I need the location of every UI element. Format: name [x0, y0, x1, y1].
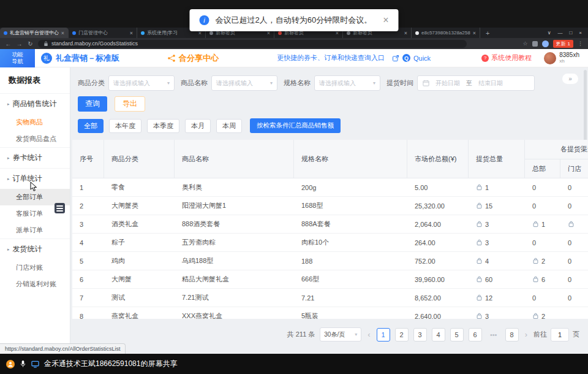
pickup-count: 0 — [568, 202, 571, 210]
quick-link[interactable]: Q Quick — [392, 54, 431, 62]
minimize-button[interactable]: — — [557, 30, 562, 36]
pickup-bag-icon — [476, 239, 483, 246]
reload-icon[interactable]: ↻ — [27, 40, 34, 47]
sidebar-item[interactable]: 分销返利对账 — [0, 276, 70, 292]
cell-amount: 25,320.00 — [407, 197, 469, 215]
user-menu[interactable]: 8385xh xh — [544, 52, 579, 64]
search-button[interactable]: 查询 — [78, 96, 107, 112]
page-button[interactable]: 6 — [469, 328, 482, 342]
pickup-bag-icon — [476, 258, 483, 264]
sidebar-section-header[interactable]: ▸发货统计 — [0, 239, 70, 259]
export-button[interactable]: 导出 — [115, 96, 145, 112]
browser-tab[interactable]: 礼盒营销平台管理中心× — [0, 28, 69, 38]
next-page-icon[interactable]: › — [524, 330, 529, 339]
cell-category: 测试 — [104, 289, 175, 307]
forward-icon[interactable]: → — [16, 40, 23, 47]
brand[interactable]: 礼 礼盒营销－标准版 — [41, 53, 119, 64]
cell-no: 4 — [72, 234, 104, 251]
section-bullet-icon: ▸ — [7, 156, 10, 161]
tab-close-icon[interactable]: × — [61, 30, 64, 36]
range-button[interactable]: 全部 — [78, 119, 104, 133]
cell-pickup-total: 12 — [469, 289, 525, 307]
sidebar-section-header[interactable]: ▸券卡统计 — [0, 148, 70, 168]
browser-tab[interactable]: e8c573980b1328a258fd2e6f× — [412, 28, 480, 38]
browser-tab[interactable]: 门店管理中心× — [69, 28, 137, 38]
tab-close-icon[interactable]: × — [473, 30, 476, 36]
page-button[interactable]: 3 — [413, 328, 427, 342]
pickup-bag-icon — [568, 221, 575, 227]
status-link-bubble: https://standard.maboy.cn/AllOrderStatis… — [0, 343, 126, 354]
screen-share-icon — [31, 361, 39, 368]
page-button[interactable]: 8 — [505, 328, 519, 342]
pickup-bag-icon — [476, 202, 483, 209]
sidebar-section-label: 商品销售统计 — [13, 99, 57, 109]
page-button[interactable]: 2 — [395, 328, 409, 342]
tab-search-icon[interactable]: ∨ — [548, 30, 551, 36]
extensions-icon[interactable] — [532, 41, 538, 47]
summary-button[interactable]: 按检索条件汇总商品销售额 — [250, 118, 341, 133]
menu-handle[interactable] — [55, 203, 65, 213]
maximize-button[interactable]: □ — [569, 30, 572, 36]
function-nav-toggle[interactable]: 功能 导航 — [0, 49, 35, 67]
sidebar-item[interactable]: 派单订单 — [0, 222, 70, 239]
tab-favicon-icon — [72, 31, 76, 35]
pickup-count: 0 — [532, 184, 536, 191]
update-chip-badge: 1 — [568, 41, 570, 47]
collapse-panel-button[interactable]: » — [562, 74, 578, 84]
sidebar-item[interactable]: 门店对账 — [0, 259, 70, 276]
window-controls: ∨ — □ × — [541, 28, 588, 38]
cell-name: 阳澄湖大闸蟹1 — [175, 197, 294, 215]
back-icon[interactable]: ← — [5, 40, 12, 47]
sidebar-item[interactable]: 发货商品盘点 — [0, 131, 70, 147]
goto-page-input[interactable]: 1 — [551, 328, 569, 342]
share-text: 金禾通技术王斌18662591081的屏幕共享 — [44, 359, 177, 369]
pickup-count: 1 — [541, 221, 545, 228]
tutorial-link[interactable]: ? 系统使用教程 — [481, 53, 532, 63]
sidebar-section-header[interactable]: ▸商品销售统计 — [0, 94, 70, 114]
cell-pickup-total: 60 — [469, 270, 525, 288]
page-button[interactable]: 4 — [432, 328, 445, 342]
pickup-count: 0 — [532, 202, 536, 210]
page-button[interactable]: 5 — [450, 328, 464, 342]
range-segments: 全部本年度本季度本月本周 按检索条件汇总商品销售额 — [78, 118, 341, 133]
range-button[interactable]: 本周 — [216, 119, 242, 133]
tab-close-icon[interactable]: × — [130, 30, 133, 36]
filter-select[interactable]: 请选择或输入▾ — [211, 75, 277, 91]
screen-share-bar: 金禾通技术王斌18662591081的屏幕共享 — [0, 354, 588, 374]
cell-no: 7 — [72, 289, 104, 307]
bookmark-star-icon[interactable]: ☆ — [522, 40, 527, 47]
table-row: 2大闸蟹类阳澄湖大闸蟹11688型25,320.001500 — [72, 197, 588, 215]
range-button[interactable]: 本季度 — [147, 119, 179, 133]
new-tab-button[interactable]: + — [480, 28, 495, 38]
filter-select[interactable]: 请选择或输入▾ — [108, 75, 175, 91]
select-placeholder: 请选择或输入 — [216, 79, 253, 88]
cell-store: 0 — [560, 289, 588, 307]
cell-store — [560, 215, 588, 233]
address-bar[interactable]: standard.maboy.cn/GoodsStatistics — [38, 40, 467, 48]
page-size-select[interactable]: 30条/页 ▾ — [320, 327, 361, 342]
update-chip[interactable]: 更新 1 — [553, 40, 573, 48]
window-close-button[interactable]: × — [579, 30, 582, 36]
meeting-toast: i 会议已超过2人，自动转为60分钟限时会议。 × — [189, 9, 398, 31]
sidebar-section-header[interactable]: ▸订单统计 — [0, 169, 70, 189]
table-row: 3酒类礼盒888酒类套餐888A套餐2,064.0031 — [72, 215, 588, 234]
tab-close-icon[interactable]: × — [404, 30, 407, 36]
filter-select[interactable]: 请选择或输入▾ — [314, 75, 380, 91]
prev-page-icon[interactable]: ‹ — [366, 330, 371, 339]
range-button[interactable]: 本年度 — [109, 119, 141, 133]
pickup-bag-icon — [476, 184, 483, 191]
menu-kebab-icon[interactable]: ⋮ — [578, 40, 583, 47]
sidebar-item[interactable]: 实物商品 — [0, 114, 70, 131]
cell-name: 精品大闸蟹礼盒 — [175, 270, 294, 288]
profile-avatar[interactable] — [542, 40, 549, 47]
share-center-link[interactable]: 合分享中心 — [167, 53, 219, 64]
date-range-input[interactable]: 开始日期 至 结束日期 — [417, 75, 535, 91]
date-end-placeholder: 结束日期 — [478, 79, 503, 88]
range-button[interactable]: 本月 — [185, 119, 211, 133]
toolbar-actions: ☆ 更新 1 ⋮ — [522, 40, 583, 48]
cell-spec: 1688型 — [294, 197, 407, 215]
toast-close-icon[interactable]: × — [383, 15, 388, 26]
cell-amount: 8,652.00 — [407, 289, 469, 307]
table-header: 序号 商品分类 商品名称 规格名称 市场价总额(¥) 提货总量 各提货渠道 总部… — [72, 140, 588, 178]
page-button[interactable]: 1 — [377, 328, 390, 342]
